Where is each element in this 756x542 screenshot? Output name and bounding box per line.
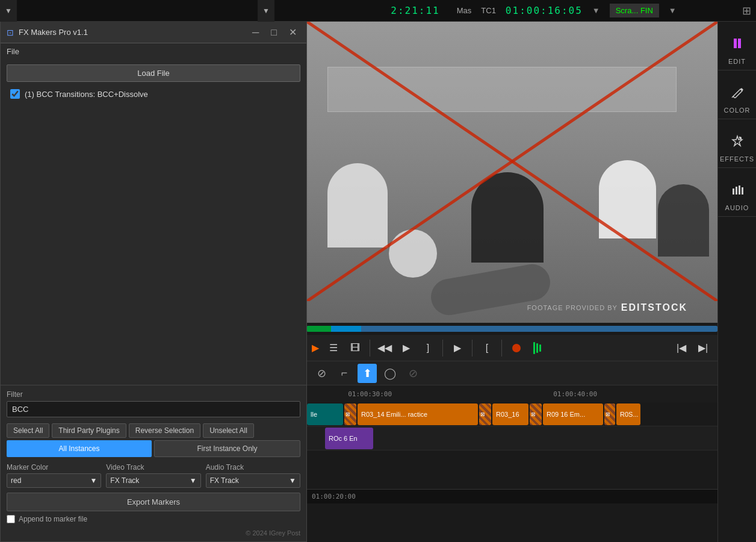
- clip-main[interactable]: R03_14 Emili... ractice: [358, 403, 478, 425]
- clip-main-label: R03_14 Emili... ractice: [361, 411, 427, 418]
- clip-roc-label: ROc 6 En: [329, 435, 358, 442]
- timeline-area: ▶ ☰ 🎞 ◀◀ ▶ ] ▶ [ |◀ ▶| ⊘ ⌐ ⬆ ◯ ⊘ 01:: [307, 323, 717, 503]
- person2-head: [389, 229, 437, 278]
- circle-button[interactable]: ◯: [380, 364, 400, 383]
- playhead-arrow-icon[interactable]: ▶: [312, 342, 319, 354]
- video-frame: FOOTAGE PROVIDED BY EDITSTOCK: [307, 22, 717, 323]
- effects-icon[interactable]: [725, 129, 749, 153]
- transport-bar: ▶ ☰ 🎞 ◀◀ ▶ ] ▶ [ |◀ ▶|: [307, 335, 717, 361]
- step-back-button[interactable]: ◀◀: [375, 338, 394, 358]
- mini-ruler-bar: [307, 326, 717, 332]
- mas-label: Mas: [457, 6, 472, 15]
- audio-icon[interactable]: [725, 178, 749, 202]
- clip-bcc4[interactable]: ⊠: [604, 403, 615, 425]
- fx-panel-icon: ⊡: [7, 28, 14, 37]
- clip-bcc2[interactable]: ⊠: [479, 403, 491, 425]
- footer: © 2024 IGrey Post: [1, 527, 306, 541]
- marker-color-select[interactable]: red ▼: [7, 473, 101, 488]
- effect-name: (1) BCC Transitions: BCC+Dissolve: [25, 90, 148, 99]
- edit-icon[interactable]: [725, 31, 749, 55]
- transport-divider2: [442, 340, 443, 357]
- clip-bcc3[interactable]: ⊠: [530, 403, 542, 425]
- bottom-timecode-bar: 01:00:20:00: [307, 489, 717, 503]
- reverse-selection-button[interactable]: Reverse Selection: [129, 423, 200, 438]
- grid-btn[interactable]: ⊞: [742, 4, 756, 17]
- pen-icon[interactable]: [725, 80, 749, 104]
- third-party-button[interactable]: Third Party Plugins: [52, 423, 126, 438]
- top-bar: ▼ ▼ 2:21:11 Mas TC1 01:00:16:05 ▼ Scra..…: [0, 0, 756, 22]
- svg-rect-9: [736, 187, 737, 195]
- top-bar-left: ▼ ▼: [0, 0, 325, 22]
- export-markers-button[interactable]: Export Markers: [7, 493, 300, 511]
- svg-line-4: [732, 96, 733, 98]
- top-bar-center: 2:21:11 Mas TC1 01:00:16:05 ▼ Scra... FI…: [325, 4, 742, 17]
- right-sidebar: EDIT COLOR EFFECTS: [717, 22, 756, 542]
- timecode2: 01:00:16:05: [506, 5, 583, 16]
- clip-ros[interactable]: R0S...: [616, 403, 640, 425]
- video-track-select[interactable]: FX Track ▼: [106, 473, 200, 488]
- clip-tile[interactable]: lle: [307, 403, 343, 425]
- effect-item[interactable]: (1) BCC Transitions: BCC+Dissolve: [7, 87, 300, 101]
- load-file-button[interactable]: Load File: [7, 64, 300, 82]
- snap-button[interactable]: ⌐: [335, 364, 354, 383]
- mark-out-button[interactable]: ]: [418, 338, 438, 358]
- slash-circle-button[interactable]: ⊘: [403, 364, 423, 383]
- clip-r16[interactable]: R03_16: [492, 403, 528, 425]
- transport-divider1: [370, 340, 370, 357]
- person5: [658, 184, 709, 257]
- clip-label-tile: lle: [311, 411, 317, 418]
- top-dropdown-arrow[interactable]: ▼: [592, 6, 600, 15]
- fit-to-right-button[interactable]: ▶|: [693, 338, 713, 358]
- play-reverse-button[interactable]: ▶: [397, 338, 416, 358]
- clip-bcc1[interactable]: ⊠: [344, 403, 356, 425]
- file-menu[interactable]: File: [1, 43, 306, 60]
- svg-rect-10: [739, 185, 740, 195]
- watermark-area: FOOTAGE PROVIDED BY EDITSTOCK: [527, 302, 687, 313]
- effects-label: EFFECTS: [720, 155, 754, 163]
- mark-in-button[interactable]: [: [477, 338, 497, 358]
- clip-roc[interactable]: ROc 6 En: [325, 428, 373, 449]
- film-strip-button[interactable]: 🎞: [345, 338, 365, 358]
- record-button[interactable]: [507, 338, 526, 358]
- shelf-bg: [327, 67, 677, 112]
- scra-button[interactable]: Scra... FIN: [610, 4, 659, 17]
- timecode-mark-40: 01:00:40:00: [553, 390, 597, 398]
- select-all-button[interactable]: Select All: [7, 423, 49, 438]
- unselect-all-button[interactable]: Unselect All: [203, 423, 254, 438]
- video-track-value: FX Track: [110, 476, 139, 485]
- select-tool-button[interactable]: ⬆: [358, 364, 377, 383]
- fit-to-fill-button[interactable]: |◀: [672, 338, 691, 358]
- left-dropdown[interactable]: ▼: [0, 0, 17, 22]
- color-label: COLOR: [723, 107, 750, 114]
- edit-label: EDIT: [728, 58, 746, 65]
- show-tracks-button[interactable]: ☰: [324, 338, 343, 358]
- play-button[interactable]: ▶: [448, 338, 467, 358]
- effect-checkbox[interactable]: [10, 89, 20, 99]
- first-instance-button[interactable]: First Instance Only: [154, 440, 300, 457]
- person1: [327, 163, 388, 248]
- track-row-2: ROc 6 En: [307, 426, 717, 450]
- no-track-button[interactable]: ⊘: [312, 364, 331, 383]
- clip-em[interactable]: R09 16 Em...: [543, 403, 603, 425]
- close-button[interactable]: ✕: [285, 25, 300, 39]
- track-row-1: lle ⊠ R03_14 Emili... ractice ⊠ R03_16 ⊠: [307, 402, 717, 426]
- bottom-timecode: 01:00:20:00: [312, 493, 356, 500]
- sidebar-audio-group: AUDIO: [718, 173, 756, 217]
- audio-track-select[interactable]: FX Track ▼: [206, 473, 300, 488]
- sidebar-color-group: COLOR: [718, 75, 756, 119]
- person4: [599, 160, 656, 238]
- maximize-button[interactable]: □: [267, 26, 280, 39]
- minimize-button[interactable]: ─: [249, 26, 262, 39]
- effects-svg: [731, 135, 743, 147]
- transport-divider4: [501, 340, 502, 357]
- right-dropdown-1[interactable]: ▼: [258, 0, 274, 22]
- filter-input[interactable]: [7, 401, 300, 417]
- track-section: Marker Color red ▼ Video Track FX Track …: [1, 461, 306, 491]
- all-instances-button[interactable]: All Instances: [7, 440, 152, 457]
- mini-ruler-blue: [331, 326, 361, 332]
- append-checkbox[interactable]: [7, 515, 15, 523]
- instance-row: All Instances First Instance Only: [1, 440, 306, 461]
- tc-label: TC1: [481, 6, 496, 15]
- append-label: Append to marker file: [19, 515, 87, 523]
- scra-dropdown-arrow[interactable]: ▼: [669, 6, 677, 15]
